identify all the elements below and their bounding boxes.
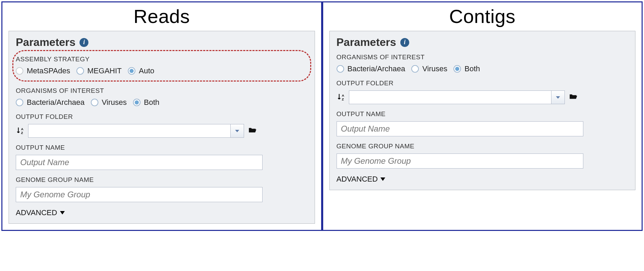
organisms-group: Bacteria/Archaea Viruses Both [337,64,629,73]
radio-bacteria-archaea[interactable]: Bacteria/Archaea [16,98,85,107]
output-folder-combobox[interactable] [349,90,565,104]
output-folder-input[interactable] [28,124,230,138]
chevron-down-icon [235,130,239,132]
radio-label: Bacteria/Archaea [348,64,405,73]
radio-label: Both [144,98,159,107]
genome-group-label: GENOME GROUP NAME [337,143,629,150]
genome-group-label: GENOME GROUP NAME [16,176,308,184]
radio-label: Viruses [422,64,447,73]
chevron-down-icon [380,177,385,181]
output-folder-label: OUTPUT FOLDER [16,113,308,121]
organisms-group: Bacteria/Archaea Viruses Both [16,98,308,107]
radio-icon [133,99,141,106]
reads-title: Reads [134,5,190,27]
contigs-panel: Contigs Parameters i ORGANISMS OF INTERE… [322,1,643,231]
radio-icon [337,65,344,73]
radio-icon [453,65,461,73]
info-icon[interactable]: i [400,38,409,47]
radio-megahit[interactable]: MEGAHIT [76,66,122,75]
radio-label: MetaSPAdes [27,66,70,75]
output-name-label: OUTPUT NAME [16,144,308,151]
radio-label: Both [464,64,480,73]
output-name-input[interactable] [16,155,263,170]
radio-viruses[interactable]: Viruses [91,98,127,107]
radio-icon [91,99,98,106]
contigs-title: Contigs [449,5,515,27]
radio-icon [16,99,23,106]
sort-az-icon[interactable]: AZ [337,93,345,102]
genome-group-input[interactable] [337,153,583,169]
chevron-down-icon [60,211,65,214]
contigs-parameters-box: Parameters i ORGANISMS OF INTEREST Bacte… [329,31,636,190]
radio-icon [128,67,135,75]
output-folder-dropdown-button[interactable] [551,90,565,104]
parameters-header: Parameters i [16,36,308,49]
svg-text:A: A [21,127,23,131]
output-folder-dropdown-button[interactable] [230,124,244,138]
genome-group-input[interactable] [16,187,263,202]
info-icon[interactable]: i [80,38,88,47]
radio-auto[interactable]: Auto [128,66,154,75]
svg-text:Z: Z [342,97,344,101]
advanced-toggle[interactable]: ADVANCED [337,175,386,184]
radio-bacteria-archaea[interactable]: Bacteria/Archaea [337,64,405,73]
radio-icon [411,65,419,73]
output-folder-label: OUTPUT FOLDER [337,79,629,87]
output-folder-row: AZ [16,124,308,138]
organisms-label: ORGANISMS OF INTEREST [337,53,629,61]
folder-open-icon[interactable] [247,126,258,136]
chevron-down-icon [556,96,560,99]
radio-label: Viruses [102,98,127,107]
radio-both[interactable]: Both [133,98,159,107]
radio-label: Auto [139,66,154,75]
radio-label: Bacteria/Archaea [27,98,85,107]
radio-both[interactable]: Both [453,64,480,73]
sort-az-icon[interactable]: AZ [16,126,25,135]
folder-open-icon[interactable] [568,92,579,102]
output-folder-combobox[interactable] [28,124,244,138]
svg-text:A: A [342,94,344,97]
radio-metaspades[interactable]: MetaSPAdes [16,66,70,75]
advanced-toggle[interactable]: ADVANCED [16,208,65,217]
organisms-label: ORGANISMS OF INTEREST [16,87,308,95]
radio-viruses[interactable]: Viruses [411,64,447,73]
output-name-input[interactable] [337,121,583,136]
radio-icon [76,67,84,75]
advanced-label: ADVANCED [337,175,378,184]
radio-label: MEGAHIT [87,66,122,75]
parameters-heading: Parameters [16,36,75,49]
assembly-strategy-group: MetaSPAdes MEGAHIT Auto [16,66,305,75]
radio-icon [16,67,23,75]
output-folder-input[interactable] [349,90,551,104]
svg-text:Z: Z [21,131,23,135]
assembly-strategy-label: ASSEMBLY STRATEGY [16,56,305,63]
parameters-header: Parameters i [337,36,629,49]
advanced-label: ADVANCED [16,208,57,217]
assembly-strategy-highlight: ASSEMBLY STRATEGY MetaSPAdes MEGAHIT Aut… [12,53,311,82]
output-folder-row: AZ [337,90,629,104]
reads-panel: Reads Parameters i ASSEMBLY STRATEGY Met… [1,1,322,231]
reads-parameters-box: Parameters i ASSEMBLY STRATEGY MetaSPAde… [9,31,315,224]
output-name-label: OUTPUT NAME [337,110,629,118]
parameters-heading: Parameters [337,36,396,49]
